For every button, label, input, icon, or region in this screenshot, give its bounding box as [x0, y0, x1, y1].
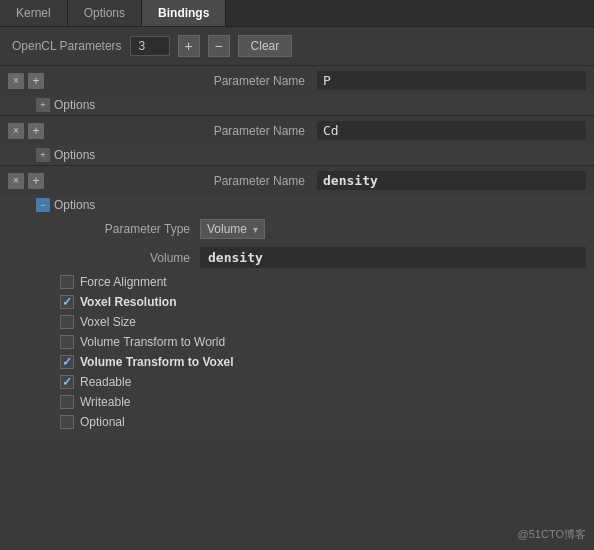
volume-row: Volume density [60, 243, 594, 272]
param-add-1[interactable]: + [28, 73, 44, 89]
cb-volume-transform-voxel[interactable]: ✓ [60, 355, 74, 369]
param-expand-3[interactable]: − [36, 198, 50, 212]
cb-label-writeable: Writeable [80, 395, 130, 409]
checkbox-row-voxel-resolution: ✓ Voxel Resolution [60, 292, 594, 312]
param-type-value: Volume [207, 222, 247, 236]
density-expanded-options: Parameter Type Volume ▾ Volume density [0, 215, 594, 272]
param-block-2: × + Parameter Name + Options [0, 115, 594, 165]
cb-check-voxel-resolution: ✓ [62, 295, 72, 309]
param-expand-1[interactable]: + [36, 98, 50, 112]
param-type-label: Parameter Type [60, 222, 200, 236]
param-name-input-2[interactable] [317, 121, 586, 140]
tab-kernel[interactable]: Kernel [0, 0, 68, 26]
param-type-select[interactable]: Volume ▾ [200, 219, 265, 239]
param-type-row: Parameter Type Volume ▾ [60, 215, 594, 243]
param-header-2: × + Parameter Name [0, 116, 594, 145]
param-name-input-3[interactable] [317, 171, 586, 190]
param-name-label-3: Parameter Name [48, 174, 313, 188]
tab-bar: Kernel Options Bindings [0, 0, 594, 27]
checkbox-row-readable: ✓ Readable [60, 372, 594, 392]
tab-bindings[interactable]: Bindings [142, 0, 226, 26]
param-options-label-2: Options [54, 148, 95, 162]
opencl-remove-button[interactable]: − [208, 35, 230, 57]
param-add-3[interactable]: + [28, 173, 44, 189]
cb-writeable[interactable] [60, 395, 74, 409]
opencl-parameters-row: OpenCL Parameters + − Clear [0, 27, 594, 65]
param-options-row-3: − Options [0, 195, 594, 215]
opencl-clear-button[interactable]: Clear [238, 35, 293, 57]
param-options-label-3: Options [54, 198, 95, 212]
cb-label-optional: Optional [80, 415, 125, 429]
cb-force-alignment[interactable] [60, 275, 74, 289]
checkbox-row-voxel-size: Voxel Size [60, 312, 594, 332]
param-name-input-1[interactable] [317, 71, 586, 90]
cb-voxel-size[interactable] [60, 315, 74, 329]
checkbox-row-force-alignment: Force Alignment [60, 272, 594, 292]
param-remove-2[interactable]: × [8, 123, 24, 139]
cb-label-volume-transform-world: Volume Transform to World [80, 335, 225, 349]
param-expand-2[interactable]: + [36, 148, 50, 162]
param-name-label-2: Parameter Name [48, 124, 313, 138]
cb-label-readable: Readable [80, 375, 131, 389]
cb-label-force-alignment: Force Alignment [80, 275, 167, 289]
param-block-1: × + Parameter Name + Options [0, 65, 594, 115]
opencl-value-input[interactable] [130, 36, 170, 56]
cb-label-voxel-size: Voxel Size [80, 315, 136, 329]
checkbox-row-optional: Optional [60, 412, 594, 432]
tab-options[interactable]: Options [68, 0, 142, 26]
checkbox-row-writeable: Writeable [60, 392, 594, 412]
param-options-label-1: Options [54, 98, 95, 112]
cb-label-voxel-resolution: Voxel Resolution [80, 295, 176, 309]
checkbox-list: Force Alignment ✓ Voxel Resolution Voxel… [0, 272, 594, 440]
cb-check-readable: ✓ [62, 375, 72, 389]
cb-voxel-resolution[interactable]: ✓ [60, 295, 74, 309]
checkbox-row-volume-transform-world: Volume Transform to World [60, 332, 594, 352]
cb-label-volume-transform-voxel: Volume Transform to Voxel [80, 355, 234, 369]
param-block-3: × + Parameter Name − Options Parameter T… [0, 165, 594, 440]
cb-volume-transform-world[interactable] [60, 335, 74, 349]
select-arrow-icon: ▾ [253, 224, 258, 235]
checkbox-row-volume-transform-voxel: ✓ Volume Transform to Voxel [60, 352, 594, 372]
param-options-row-2: + Options [0, 145, 594, 165]
cb-check-volume-transform-voxel: ✓ [62, 355, 72, 369]
volume-value: density [200, 247, 586, 268]
cb-optional[interactable] [60, 415, 74, 429]
opencl-label: OpenCL Parameters [12, 39, 122, 53]
opencl-add-button[interactable]: + [178, 35, 200, 57]
param-header-3: × + Parameter Name [0, 166, 594, 195]
param-add-2[interactable]: + [28, 123, 44, 139]
param-options-row-1: + Options [0, 95, 594, 115]
param-name-label-1: Parameter Name [48, 74, 313, 88]
cb-readable[interactable]: ✓ [60, 375, 74, 389]
param-header-1: × + Parameter Name [0, 66, 594, 95]
param-remove-1[interactable]: × [8, 73, 24, 89]
param-remove-3[interactable]: × [8, 173, 24, 189]
watermark: @51CTO博客 [518, 527, 586, 542]
volume-label: Volume [60, 251, 200, 265]
